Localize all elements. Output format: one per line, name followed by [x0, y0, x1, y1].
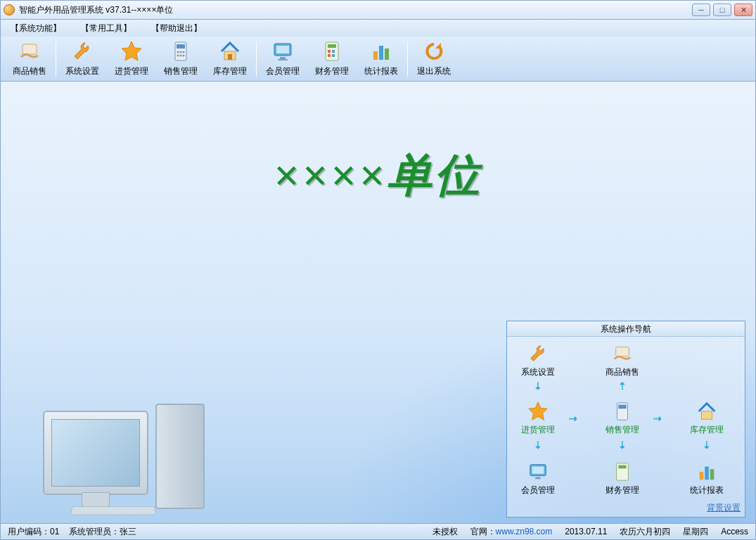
toolbar-label: 商品销售	[13, 65, 46, 77]
monitor-icon	[527, 461, 549, 483]
calc2-icon	[611, 461, 634, 483]
toolbar-system-settings[interactable]: 系统设置	[58, 38, 107, 80]
svg-rect-34	[705, 467, 709, 480]
toolbar: 商品销售 系统设置 进货管理 销售管理 库存管理 会员管理 财务	[0, 37, 756, 82]
svg-rect-18	[328, 54, 331, 57]
main-area: ××××单位 系统操作导航 系统设置 商品销售 ⇣ ⇡ 进货管理	[0, 82, 756, 523]
svg-rect-13	[280, 57, 286, 59]
status-db: Access	[721, 527, 748, 536]
svg-rect-21	[373, 51, 378, 60]
window-title: 智能户外用品管理系统 v37.31--××××单位	[19, 4, 692, 16]
arrow-right-icon: ⇢	[569, 413, 577, 424]
computer-illustration	[43, 375, 226, 516]
close-button[interactable]: ✕	[734, 4, 752, 16]
nav-panel: 系统操作导航 系统设置 商品销售 ⇣ ⇡ 进货管理 ⇢ 销售管理	[506, 321, 745, 518]
bg-setting-link[interactable]: 背景设置	[707, 502, 741, 514]
svg-rect-26	[618, 405, 626, 409]
nav-stats-report[interactable]: 统计报表	[687, 461, 726, 496]
nav-member-mgmt[interactable]: 会员管理	[518, 461, 558, 496]
toolbar-label: 财务管理	[315, 65, 349, 77]
toolbar-sales-mgmt[interactable]: 销售管理	[156, 38, 205, 80]
status-site-link[interactable]: www.zn98.com	[496, 527, 553, 536]
svg-rect-30	[535, 477, 541, 480]
toolbar-finance-mgmt[interactable]: 财务管理	[307, 38, 357, 80]
menu-system[interactable]: 【系统功能】	[11, 22, 61, 34]
toolbar-exit[interactable]: 退出系统	[409, 38, 459, 80]
status-auth: 未授权	[433, 526, 458, 538]
svg-point-3	[177, 51, 179, 53]
minimize-button[interactable]: ─	[692, 4, 710, 16]
maximize-button[interactable]: □	[713, 4, 731, 16]
toolbar-stock-mgmt[interactable]: 库存管理	[205, 38, 255, 80]
toolbar-separator	[56, 41, 56, 77]
toolbar-separator	[407, 41, 408, 77]
company-title: ××××单位	[274, 145, 483, 206]
nav-label: 统计报表	[690, 484, 724, 496]
hand-card-icon	[611, 342, 634, 365]
arrow-down-icon: ⇣	[534, 380, 542, 392]
nav-purchase-mgmt[interactable]: 进货管理	[518, 400, 558, 436]
status-date: 2013.07.11	[565, 527, 607, 536]
menu-help-exit[interactable]: 【帮助退出】	[151, 22, 202, 34]
nav-label: 销售管理	[606, 424, 639, 436]
arrow-right-icon: ⇢	[653, 413, 662, 424]
arrow-up-icon: ⇡	[618, 380, 627, 392]
chart-icon	[370, 40, 392, 63]
nav-label: 系统设置	[521, 366, 555, 378]
svg-point-6	[177, 55, 179, 57]
nav-label: 会员管理	[521, 484, 555, 496]
nav-label: 库存管理	[690, 424, 724, 436]
nav-label: 进货管理	[521, 424, 555, 436]
toolbar-label: 销售管理	[164, 65, 198, 77]
toolbar-member-mgmt[interactable]: 会员管理	[258, 38, 307, 80]
hand-card-icon	[18, 40, 41, 63]
status-weekday: 星期四	[683, 526, 708, 538]
svg-point-7	[179, 55, 181, 57]
svg-rect-17	[328, 50, 331, 53]
svg-point-8	[182, 55, 184, 57]
refresh-icon	[423, 40, 445, 63]
svg-rect-12	[276, 46, 289, 53]
status-lunar: 农历六月初四	[620, 526, 670, 538]
toolbar-label: 进货管理	[115, 65, 148, 77]
svg-point-5	[182, 51, 184, 53]
svg-rect-24	[616, 347, 629, 356]
nav-sales-mgmt[interactable]: 销售管理	[603, 400, 642, 436]
star-icon	[120, 40, 143, 63]
toolbar-label: 统计报表	[364, 65, 398, 77]
svg-rect-22	[379, 46, 383, 60]
svg-rect-0	[23, 44, 37, 54]
svg-rect-20	[332, 54, 335, 57]
svg-rect-2	[177, 44, 185, 49]
nav-panel-body: 系统设置 商品销售 ⇣ ⇡ 进货管理 ⇢ 销售管理 ⇢ 库存管理	[507, 337, 745, 517]
star-icon	[527, 400, 549, 423]
menubar: 【系统功能】 【常用工具】 【帮助退出】	[0, 20, 756, 37]
toolbar-stats-report[interactable]: 统计报表	[357, 38, 406, 80]
app-icon	[4, 4, 15, 15]
toolbar-product-sales[interactable]: 商品销售	[5, 38, 54, 80]
svg-rect-23	[385, 49, 389, 60]
nav-panel-title: 系统操作导航	[507, 321, 745, 337]
arrow-down-icon: ⇣	[534, 439, 542, 451]
calculator-icon	[169, 40, 192, 63]
nav-stock-mgmt[interactable]: 库存管理	[687, 400, 726, 436]
svg-point-4	[179, 51, 181, 53]
svg-rect-16	[328, 44, 336, 48]
menu-tools[interactable]: 【常用工具】	[81, 22, 132, 34]
svg-rect-35	[710, 469, 715, 480]
monitor-icon	[271, 40, 294, 63]
svg-rect-33	[700, 472, 704, 480]
toolbar-label: 退出系统	[417, 65, 451, 77]
nav-label: 商品销售	[606, 366, 639, 378]
toolbar-label: 系统设置	[65, 65, 99, 77]
svg-rect-32	[618, 465, 626, 469]
nav-finance-mgmt[interactable]: 财务管理	[603, 461, 642, 496]
nav-product-sales[interactable]: 商品销售	[603, 342, 642, 378]
status-admin: 系统管理员：张三	[69, 526, 136, 538]
house-icon	[219, 40, 241, 63]
toolbar-purchase-mgmt[interactable]: 进货管理	[107, 38, 156, 80]
titlebar: 智能户外用品管理系统 v37.31--××××单位 ─ □ ✕	[0, 0, 756, 20]
statusbar: 用户编码：01 系统管理员：张三 未授权 官网：www.zn98.com 201…	[0, 523, 756, 540]
nav-system-settings[interactable]: 系统设置	[518, 342, 558, 378]
calculator-icon	[611, 400, 634, 423]
